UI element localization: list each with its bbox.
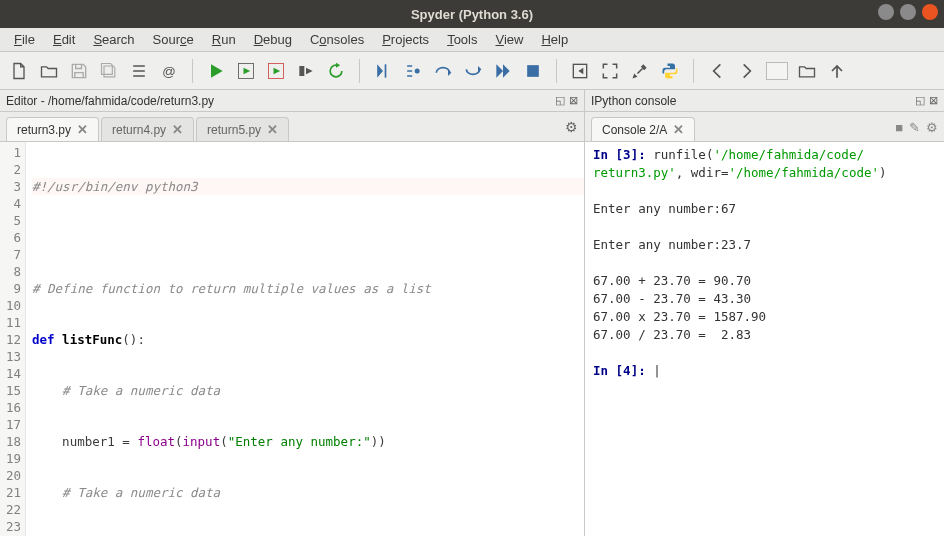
close-icon[interactable]: ✕ — [77, 122, 88, 137]
debug-stepout-icon[interactable] — [462, 60, 484, 82]
tab-console2a[interactable]: Console 2/A✕ — [591, 117, 695, 141]
editor-tabs: return3.py✕ return4.py✕ return5.py✕ ⚙ — [0, 112, 584, 142]
code-content[interactable]: #!/usr/bin/env python3 # Define function… — [26, 142, 584, 536]
toolbar-separator — [359, 59, 360, 83]
debug-stepover-icon[interactable] — [432, 60, 454, 82]
menu-projects[interactable]: Projects — [374, 30, 437, 49]
save-icon[interactable] — [68, 60, 90, 82]
menubar: File Edit Search Source Run Debug Consol… — [0, 28, 944, 52]
run-selection-icon[interactable] — [295, 60, 317, 82]
stop-console-icon[interactable]: ■ — [895, 120, 903, 135]
pane-close-icon[interactable]: ⊠ — [569, 94, 578, 107]
workingdir-dropdown[interactable] — [766, 62, 788, 80]
window-controls — [878, 4, 938, 20]
window-title: Spyder (Python 3.6) — [411, 7, 533, 22]
svg-point-5 — [415, 68, 420, 73]
back-icon[interactable] — [706, 60, 728, 82]
svg-text:@: @ — [162, 64, 176, 79]
menu-consoles[interactable]: Consoles — [302, 30, 372, 49]
at-icon[interactable]: @ — [158, 60, 180, 82]
maximize-pane-icon[interactable] — [569, 60, 591, 82]
browse-folder-icon[interactable] — [796, 60, 818, 82]
tab-label: Console 2/A — [602, 123, 667, 137]
toolbar-separator — [693, 59, 694, 83]
menu-tools[interactable]: Tools — [439, 30, 485, 49]
close-icon[interactable]: ✕ — [172, 122, 183, 137]
python-icon[interactable] — [659, 60, 681, 82]
new-file-icon[interactable] — [8, 60, 30, 82]
pane-popout-icon[interactable]: ◱ — [555, 94, 565, 107]
menu-view[interactable]: View — [487, 30, 531, 49]
menu-help[interactable]: Help — [533, 30, 576, 49]
close-button[interactable] — [922, 4, 938, 20]
run-cell-advance-icon[interactable] — [265, 60, 287, 82]
editor-header: Editor - /home/fahmida/code/return3.py ◱… — [0, 90, 584, 112]
gear-icon[interactable]: ⚙ — [926, 120, 938, 135]
run-icon[interactable] — [205, 60, 227, 82]
rerun-icon[interactable] — [325, 60, 347, 82]
console-header: IPython console ◱⊠ — [585, 90, 944, 112]
minimize-button[interactable] — [878, 4, 894, 20]
maximize-button[interactable] — [900, 4, 916, 20]
save-all-icon[interactable] — [98, 60, 120, 82]
debug-stepinto-icon[interactable] — [402, 60, 424, 82]
pane-popout-icon[interactable]: ◱ — [915, 94, 925, 107]
parent-dir-icon[interactable] — [826, 60, 848, 82]
tab-label: return5.py — [207, 123, 261, 137]
fullscreen-icon[interactable] — [599, 60, 621, 82]
preferences-icon[interactable] — [629, 60, 651, 82]
svg-rect-3 — [299, 66, 304, 76]
toolbar-separator — [556, 59, 557, 83]
tab-label: return4.py — [112, 123, 166, 137]
list-icon[interactable] — [128, 60, 150, 82]
editor-title: Editor - /home/fahmida/code/return3.py — [6, 94, 555, 108]
tab-return3[interactable]: return3.py✕ — [6, 117, 99, 141]
tab-return5[interactable]: return5.py✕ — [196, 117, 289, 141]
debug-step-icon[interactable] — [372, 60, 394, 82]
close-icon[interactable]: ✕ — [267, 122, 278, 137]
svg-rect-4 — [385, 64, 387, 77]
close-icon[interactable]: ✕ — [673, 122, 684, 137]
menu-file[interactable]: File — [6, 30, 43, 49]
line-gutter: 123456789101112131415161718192021222324 — [0, 142, 26, 536]
stop-icon[interactable] — [522, 60, 544, 82]
toolbar-separator — [192, 59, 193, 83]
main-area: Editor - /home/fahmida/code/return3.py ◱… — [0, 90, 944, 536]
clear-console-icon[interactable]: ✎ — [909, 120, 920, 135]
editor-pane: Editor - /home/fahmida/code/return3.py ◱… — [0, 90, 585, 536]
open-file-icon[interactable] — [38, 60, 60, 82]
window-titlebar: Spyder (Python 3.6) — [0, 0, 944, 28]
run-cell-icon[interactable] — [235, 60, 257, 82]
code-editor[interactable]: 123456789101112131415161718192021222324 … — [0, 142, 584, 536]
toolbar: @ — [0, 52, 944, 90]
console-title: IPython console — [591, 94, 915, 108]
forward-icon[interactable] — [736, 60, 758, 82]
menu-edit[interactable]: Edit — [45, 30, 83, 49]
menu-search[interactable]: Search — [85, 30, 142, 49]
menu-source[interactable]: Source — [145, 30, 202, 49]
tab-label: return3.py — [17, 123, 71, 137]
menu-run[interactable]: Run — [204, 30, 244, 49]
svg-rect-6 — [527, 65, 539, 77]
menu-debug[interactable]: Debug — [246, 30, 300, 49]
tab-return4[interactable]: return4.py✕ — [101, 117, 194, 141]
gear-icon[interactable]: ⚙ — [565, 119, 578, 135]
console-pane: IPython console ◱⊠ Console 2/A✕ ■ ✎ ⚙ In… — [585, 90, 944, 536]
console-tabs: Console 2/A✕ ■ ✎ ⚙ — [585, 112, 944, 142]
debug-continue-icon[interactable] — [492, 60, 514, 82]
console-output[interactable]: In [3]: runfile('/home/fahmida/code/ ret… — [585, 142, 944, 536]
pane-close-icon[interactable]: ⊠ — [929, 94, 938, 107]
